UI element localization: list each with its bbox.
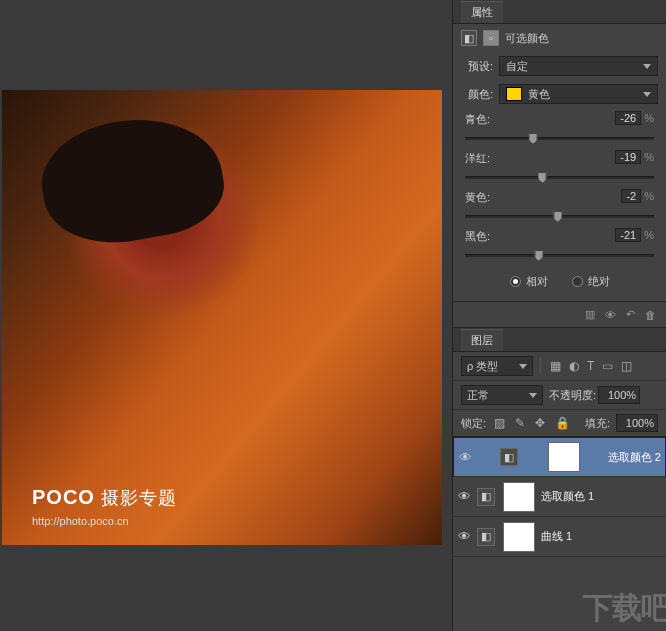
- adjustment-icon[interactable]: ◧: [461, 30, 477, 46]
- filter-type-icon[interactable]: T: [585, 358, 596, 374]
- filter-adjust-icon[interactable]: ◐: [567, 358, 581, 374]
- mask-icon[interactable]: ▫: [483, 30, 499, 46]
- watermark-url: http://photo.poco.cn: [32, 515, 129, 527]
- opacity-label: 不透明度:: [549, 388, 596, 403]
- slider-0: 青色:-26%: [453, 108, 666, 147]
- filter-shape-icon[interactable]: ▭: [600, 358, 615, 374]
- layer-row[interactable]: 👁◧曲线 1: [453, 517, 666, 557]
- layers-panel: 图层 ρ 类型 ▦ ◐ T ▭ ◫ 正常 不透明度: 100% 锁定: ▨ ✎ …: [453, 327, 666, 557]
- properties-tabrow: 属性: [453, 0, 666, 24]
- preset-row: 预设: 自定: [453, 52, 666, 80]
- slider-label: 黑色:: [465, 229, 490, 244]
- color-swatch: [506, 87, 522, 101]
- visibility-icon[interactable]: 👁: [457, 529, 471, 544]
- visibility-icon[interactable]: 👁: [458, 450, 472, 465]
- visibility-icon[interactable]: 👁: [457, 489, 471, 504]
- layer-name: 选取颜色 2: [608, 450, 661, 465]
- watermark-brand: POCO 摄影专题: [32, 486, 177, 510]
- slider-thumb[interactable]: [553, 211, 562, 222]
- slider-thumb[interactable]: [534, 250, 543, 261]
- layers-filter-row: ρ 类型 ▦ ◐ T ▭ ◫: [453, 352, 666, 381]
- slider-track[interactable]: [465, 248, 654, 262]
- slider-1: 洋红:-19%: [453, 147, 666, 186]
- lock-move-icon[interactable]: ✥: [533, 415, 547, 431]
- slider-thumb[interactable]: [538, 172, 547, 183]
- adjustment-thumb-icon: ◧: [477, 528, 495, 546]
- lock-label: 锁定:: [461, 416, 486, 431]
- mask-thumb[interactable]: [503, 482, 535, 512]
- slider-track[interactable]: [465, 209, 654, 223]
- slider-value[interactable]: -2: [621, 189, 641, 203]
- eye-icon[interactable]: 👁: [605, 309, 616, 321]
- color-label: 颜色:: [461, 87, 493, 102]
- slider-2: 黄色:-2%: [453, 186, 666, 225]
- color-select[interactable]: 黄色: [499, 84, 658, 104]
- canvas-image: POCO 摄影专题 http://photo.poco.cn: [2, 90, 442, 545]
- adjustment-thumb-icon: ◧: [477, 488, 495, 506]
- clip-icon[interactable]: ▥: [585, 308, 595, 321]
- mask-thumb[interactable]: [503, 522, 535, 552]
- right-panel: 属性 ◧ ▫ 可选颜色 预设: 自定 颜色: 黄色 青色:-26%洋红:-19%…: [452, 0, 666, 631]
- lock-all-icon[interactable]: 🔒: [553, 415, 572, 431]
- layers-blend-row: 正常 不透明度: 100%: [453, 381, 666, 410]
- layers-lock-row: 锁定: ▨ ✎ ✥ 🔒 填充: 100%: [453, 410, 666, 437]
- radio-relative[interactable]: 相对: [510, 274, 548, 289]
- chevron-down-icon: [643, 64, 651, 69]
- slider-value[interactable]: -26: [615, 111, 641, 125]
- mask-thumb[interactable]: [548, 442, 580, 472]
- slider-3: 黑色:-21%: [453, 225, 666, 264]
- layer-row[interactable]: 👁◧选取颜色 1: [453, 477, 666, 517]
- blend-mode-select[interactable]: 正常: [461, 385, 543, 405]
- slider-value[interactable]: -21: [615, 228, 641, 242]
- adjustment-thumb-icon: ◧: [500, 448, 518, 466]
- lock-trans-icon[interactable]: ▨: [492, 415, 507, 431]
- slider-label: 青色:: [465, 112, 490, 127]
- color-row: 颜色: 黄色: [453, 80, 666, 108]
- site-watermark: 下载吧: [583, 588, 666, 629]
- lock-paint-icon[interactable]: ✎: [513, 415, 527, 431]
- chevron-down-icon: [643, 92, 651, 97]
- filter-pixel-icon[interactable]: ▦: [548, 358, 563, 374]
- layer-row[interactable]: 👁◧选取颜色 2: [453, 437, 666, 477]
- filter-kind-select[interactable]: ρ 类型: [461, 356, 533, 376]
- method-radios: 相对 绝对: [453, 264, 666, 301]
- tab-layers[interactable]: 图层: [461, 329, 503, 351]
- fill-input[interactable]: 100%: [616, 414, 658, 432]
- slider-label: 黄色:: [465, 190, 490, 205]
- fill-label: 填充:: [585, 416, 610, 431]
- tab-properties[interactable]: 属性: [461, 1, 503, 23]
- trash-icon[interactable]: 🗑: [645, 309, 656, 321]
- preset-label: 预设:: [461, 59, 493, 74]
- slider-label: 洋红:: [465, 151, 490, 166]
- slider-track[interactable]: [465, 131, 654, 145]
- preset-select[interactable]: 自定: [499, 56, 658, 76]
- filter-smart-icon[interactable]: ◫: [619, 358, 634, 374]
- reset-icon[interactable]: ↶: [626, 308, 635, 321]
- radio-absolute[interactable]: 绝对: [572, 274, 610, 289]
- slider-thumb[interactable]: [529, 133, 538, 144]
- properties-footer: ▥ 👁 ↶ 🗑: [453, 301, 666, 327]
- slider-track[interactable]: [465, 170, 654, 184]
- layer-name: 选取颜色 1: [541, 489, 594, 504]
- opacity-input[interactable]: 100%: [598, 386, 640, 404]
- properties-header: ◧ ▫ 可选颜色: [453, 24, 666, 52]
- slider-value[interactable]: -19: [615, 150, 641, 164]
- layer-name: 曲线 1: [541, 529, 572, 544]
- properties-title: 可选颜色: [505, 31, 549, 46]
